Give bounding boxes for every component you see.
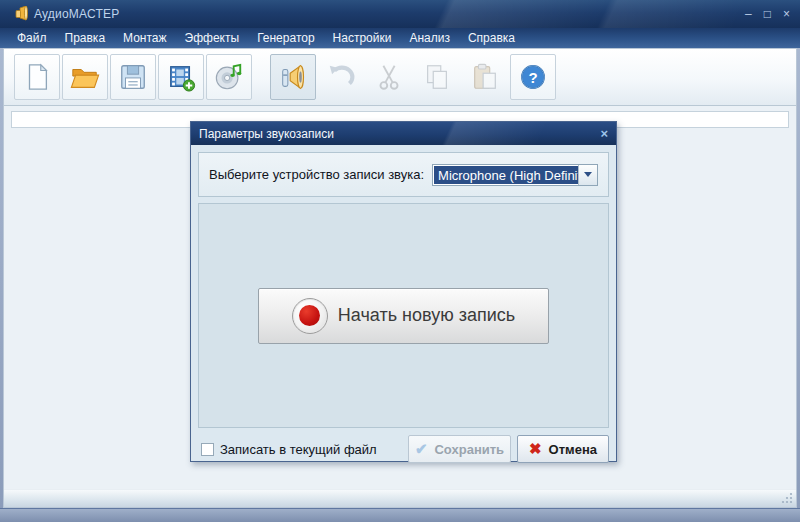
dialog-close-button[interactable]: × [600, 127, 608, 140]
copy-button [414, 54, 460, 100]
device-combobox-value: Microphone (High Definition Aud [434, 166, 578, 184]
app-logo-icon [10, 6, 28, 22]
record-to-current-file-label: Записать в текущий файл [220, 442, 377, 457]
save-button-label: Сохранить [434, 442, 504, 457]
paste-icon [470, 62, 500, 92]
app-window: АудиоМАСТЕР – □ × Файл Правка Монтаж Эфф… [0, 0, 800, 522]
menu-help[interactable]: Справка [459, 29, 524, 47]
device-select-panel: Выберите устройство записи звука: Microp… [198, 152, 609, 197]
cross-icon: ✖ [529, 440, 542, 458]
save-file-button[interactable] [110, 54, 156, 100]
device-combobox[interactable]: Microphone (High Definition Aud [432, 164, 598, 186]
titlebar: АудиоМАСТЕР – □ × [0, 0, 800, 28]
open-file-button[interactable] [62, 54, 108, 100]
maximize-button[interactable]: □ [764, 8, 771, 20]
save-button[interactable]: ✔ Сохранить [408, 435, 511, 463]
recording-parameters-dialog: Параметры звукозаписи × Выберите устройс… [190, 121, 617, 462]
copy-icon [422, 62, 452, 92]
dialog-body: Выберите устройство записи звука: Microp… [191, 145, 616, 463]
resize-grip-icon[interactable] [781, 492, 793, 504]
svg-text:?: ? [528, 69, 537, 86]
record-sound-icon [278, 62, 308, 92]
menubar: Файл Правка Монтаж Эффекты Генератор Нас… [0, 28, 800, 48]
cut-button [366, 54, 412, 100]
menu-settings[interactable]: Настройки [324, 29, 401, 47]
record-icon [292, 298, 328, 334]
help-button[interactable]: ? [510, 54, 556, 100]
cancel-button[interactable]: ✖ Отмена [517, 435, 609, 463]
device-select-label: Выберите устройство записи звука: [209, 167, 424, 182]
combobox-dropdown-button[interactable] [578, 165, 597, 185]
help-icon: ? [518, 62, 548, 92]
menu-montage[interactable]: Монтаж [114, 29, 176, 47]
record-sound-button[interactable] [270, 54, 316, 100]
undo-icon [326, 62, 356, 92]
start-recording-label: Начать новую запись [338, 305, 515, 326]
menu-file[interactable]: Файл [8, 29, 56, 47]
paste-button [462, 54, 508, 100]
new-file-button[interactable] [14, 54, 60, 100]
menu-generator[interactable]: Генератор [248, 29, 323, 47]
minimize-button[interactable]: – [745, 8, 752, 20]
cd-music-note-icon [214, 62, 244, 92]
open-audio-cd-button[interactable] [206, 54, 252, 100]
start-recording-button[interactable]: Начать новую запись [258, 288, 549, 344]
scissors-icon [374, 62, 404, 92]
open-folder-icon [70, 62, 100, 92]
window-title: АудиоМАСТЕР [34, 7, 119, 21]
menu-effects[interactable]: Эффекты [176, 29, 249, 47]
film-strip-plus-icon [166, 62, 196, 92]
menu-edit[interactable]: Правка [56, 29, 115, 47]
dialog-titlebar: Параметры звукозаписи × [191, 122, 616, 145]
toolbar-separator [254, 54, 270, 100]
dialog-footer: Записать в текущий файл ✔ Сохранить ✖ От… [198, 435, 609, 463]
record-panel: Начать новую запись [198, 203, 609, 428]
menu-analysis[interactable]: Анализ [400, 29, 459, 47]
chevron-down-icon [584, 172, 592, 177]
window-frame-bottom [0, 508, 800, 522]
statusbar [4, 489, 796, 507]
new-file-icon [22, 62, 52, 92]
toolbar: ? [4, 49, 796, 106]
undo-button [318, 54, 364, 100]
record-to-current-file-checkbox[interactable] [201, 443, 214, 456]
import-video-button[interactable] [158, 54, 204, 100]
check-icon: ✔ [415, 440, 428, 458]
save-icon [118, 62, 148, 92]
close-button[interactable]: × [783, 8, 790, 20]
dialog-title: Параметры звукозаписи [199, 127, 334, 141]
cancel-button-label: Отмена [549, 442, 597, 457]
